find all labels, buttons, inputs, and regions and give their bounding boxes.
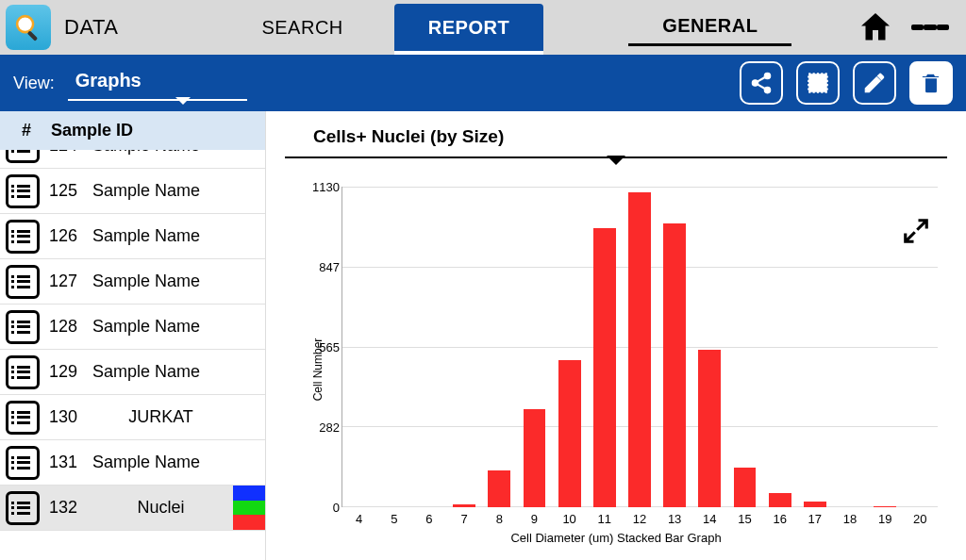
list-item[interactable]: 130JURKAT [0,395,265,440]
list-item-icon [6,265,40,299]
chevron-down-icon [607,156,625,165]
chart-xtick: 13 [658,512,692,526]
bar-slot [903,187,938,507]
svg-point-2 [752,80,758,87]
bar [769,493,791,507]
list-item-icon [6,491,40,525]
bar [593,228,616,507]
bar [804,502,826,507]
chart-xtick: 11 [587,512,622,526]
list-item-icon [6,150,40,163]
list-item-name: Sample Name [85,150,265,156]
list-header: # Sample ID [0,111,265,150]
sidebar: # Sample ID 124Sample Name125Sample Name… [0,111,266,560]
bar-slot [376,187,411,507]
list-item-num: 130 [45,407,85,427]
main: # Sample ID 124Sample Name125Sample Name… [0,111,966,560]
bar-slot [762,187,797,507]
list-item-num: 131 [45,453,85,472]
list-item[interactable]: 131Sample Name [0,440,265,486]
bar-slot [797,187,832,507]
list-item[interactable]: 129Sample Name [0,350,265,395]
chart-title: Cells+ Nuclei (by Size) [313,126,504,146]
bar-slot [447,187,482,507]
list-item-icon [6,220,40,254]
chart-xtick: 18 [832,512,867,526]
bar [524,409,546,507]
list-item[interactable]: 128Sample Name [0,305,265,350]
chart-xlabel: Cell Diameter (um) Stacked Bar Graph [285,531,947,545]
list-item[interactable]: 124Sample Name [0,150,265,169]
list-item-num: 132 [45,498,85,518]
chart-ytick: 1130 [311,180,340,194]
svg-line-5 [758,77,765,81]
list-item-icon [6,401,40,435]
list-item-name: Sample Name [85,272,265,291]
list-header-id: Sample ID [45,121,258,140]
list-item[interactable]: 127Sample Name [0,259,265,305]
list-item[interactable]: 125Sample Name [0,169,265,214]
chart-title-select[interactable]: Cells+ Nuclei (by Size) [285,121,947,158]
select-all-button[interactable] [796,61,840,105]
bar-slot [868,187,903,507]
chart-xtick: 16 [762,512,797,526]
tab-report[interactable]: REPORT [394,4,543,55]
bar-slot [622,187,657,507]
view-select-value: Graphs [75,70,142,91]
bar [488,470,510,507]
home-icon[interactable] [857,8,894,46]
chart-plot: Cell Number 4567891011121314151617181920… [285,187,947,552]
chart-ytick: 0 [311,501,340,515]
list-item-num: 127 [45,272,85,291]
bar-slot [587,187,622,507]
list-item-name: JURKAT [85,407,265,427]
list-item-num: 128 [45,317,85,337]
list-item-icon [6,446,40,480]
chart-xtick: 8 [482,512,517,526]
svg-point-0 [17,16,33,32]
edit-button[interactable] [853,61,896,105]
tab-general[interactable]: GENERAL [628,8,791,46]
bar-slot [658,187,692,507]
list-item-icon [6,310,40,344]
bar-slot [411,187,446,507]
list-item-name: Sample Name [85,453,265,472]
bar [874,506,896,508]
list-item[interactable]: 126Sample Name [0,214,265,259]
view-select[interactable]: Graphs [68,66,247,101]
chart-xtick: 7 [447,512,482,526]
bar-slot [482,187,517,507]
hamburger-menu-icon[interactable] [911,8,949,46]
list-item-name: Sample Name [85,226,265,246]
list-item-icon [6,355,40,389]
list-item-num: 125 [45,181,85,201]
bar-slot [517,187,552,507]
chart-xtick: 6 [411,512,446,526]
tab-data[interactable]: DATA [58,0,135,55]
list-item-name: Sample Name [85,362,265,382]
list-item[interactable]: 132Nuclei [0,486,265,531]
list-item-num: 124 [45,150,85,156]
list-body[interactable]: 124Sample Name125Sample Name126Sample Na… [0,150,265,560]
chart-ytick: 847 [311,260,340,274]
toolbar: View: Graphs [0,55,966,111]
svg-line-6 [758,85,765,89]
bar [558,360,581,507]
list-item-name: Sample Name [85,317,265,337]
chart-xtick: 10 [552,512,587,526]
chart-xtick: 19 [868,512,903,526]
app-logo-icon[interactable] [6,5,51,50]
tab-search[interactable]: SEARCH [239,0,365,55]
chart-xtick: 12 [622,512,657,526]
bar [453,504,475,507]
chart-xtick: 20 [903,512,938,526]
bar-slot [552,187,587,507]
chart-xtick: 15 [727,512,762,526]
chart-xtick: 9 [517,512,552,526]
bar [698,350,721,507]
list-item-num: 129 [45,362,85,382]
bar-slot [727,187,762,507]
share-button[interactable] [740,61,783,105]
chart-xtick: 17 [797,512,832,526]
delete-button[interactable] [909,61,953,105]
